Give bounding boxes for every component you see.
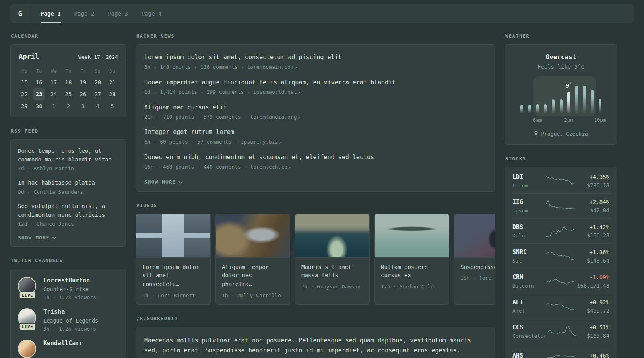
stock-symbol[interactable]: SNRC: [512, 249, 545, 256]
calendar-day[interactable]: 19: [77, 76, 89, 88]
calendar-day-next-month[interactable]: 5: [107, 100, 118, 112]
hn-story-title[interactable]: Aliquam nec cursus elit: [144, 103, 487, 112]
calendar-day[interactable]: 30: [33, 100, 45, 112]
weather-widget: Overcast Feels like 5°C 9° 6am2pm10pm Pr…: [505, 44, 617, 145]
hn-story-domain-link[interactable]: ipsumworld.net: [253, 89, 297, 95]
video-thumbnail[interactable]: [375, 214, 449, 258]
stock-row[interactable]: AETAmet +0.92%$499.72: [512, 294, 610, 319]
calendar-day[interactable]: 28: [107, 88, 118, 100]
twitch-channel-name[interactable]: Trisha: [43, 308, 98, 315]
video-title[interactable]: Nullam posuere cursus ex: [381, 263, 443, 280]
reddit-post-title[interactable]: Maecenas mollis pulvinar erat non posuer…: [144, 336, 487, 356]
calendar-day[interactable]: 20: [92, 76, 104, 88]
calendar-day[interactable]: 24: [48, 88, 60, 100]
video-title[interactable]: Lorem ipsum dolor sit amet consectetu…: [142, 263, 204, 289]
stock-symbol[interactable]: LDI: [512, 173, 545, 181]
twitch-channel-row[interactable]: LIVE ForrestBurton Counter-Strike 1h · 1…: [18, 277, 119, 300]
hn-story-stats: 21h · 710 points · 579 comments ·: [144, 114, 247, 120]
twitch-channel-row[interactable]: LIVE Trisha League of Legends 3h · 1.2k …: [18, 308, 119, 332]
hn-show-more-button[interactable]: SHOW MORE: [144, 179, 183, 185]
calendar-day[interactable]: 18: [62, 76, 74, 88]
calendar-day-next-month[interactable]: 3: [77, 100, 89, 112]
calendar-day[interactable]: 27: [92, 88, 104, 100]
calendar-day-next-month[interactable]: 4: [92, 100, 104, 112]
hn-story-domain-link[interactable]: ipsumify.biz: [241, 139, 278, 145]
calendar-day-next-month[interactable]: 1: [48, 100, 60, 112]
twitch-channel-name[interactable]: KendallCarr: [43, 340, 83, 347]
video-card[interactable]: Nullam posuere cursus ex 17h · Stefan Co…: [374, 214, 449, 305]
hn-story-meta: 6h · 60 points · 57 comments · ipsumify.…: [144, 139, 487, 145]
app-logo[interactable]: G: [10, 4, 30, 23]
stock-symbol[interactable]: AHS: [512, 352, 545, 358]
stock-symbol[interactable]: CRN: [512, 274, 545, 281]
center-column: HACKER NEWS Lorem ipsum dolor sit amet, …: [136, 33, 495, 358]
stock-symbol[interactable]: DBS: [512, 224, 545, 231]
twitch-avatar-wrap: LIVE: [18, 308, 37, 330]
stock-row[interactable]: CCSConsectetur +0.51%$165.84: [512, 319, 610, 344]
calendar-year: 2024: [106, 54, 118, 60]
stock-symbol[interactable]: AET: [512, 299, 545, 306]
video-title[interactable]: Mauris sit amet massa felis: [301, 263, 363, 280]
calendar-day-next-month[interactable]: 2: [62, 100, 74, 112]
calendar-day[interactable]: 16: [33, 76, 45, 88]
calendar-month: April: [19, 53, 39, 60]
tab-page-2[interactable]: Page 2: [74, 4, 95, 23]
hn-story-domain-link[interactable]: loremtech.co: [250, 164, 287, 170]
calendar-day-selected[interactable]: 23: [33, 88, 45, 100]
external-link-icon: ↗: [287, 164, 291, 170]
stock-name: Consectetur: [512, 333, 547, 339]
stock-change: +0.46%: [576, 352, 609, 358]
calendar-day[interactable]: 22: [18, 88, 30, 100]
hn-story-title[interactable]: Integer eget rutrum lorem: [144, 128, 487, 137]
calendar-day[interactable]: 26: [77, 88, 89, 100]
rss-item-title[interactable]: Sed volutpat nulla nisl, a condimentum n…: [18, 202, 119, 219]
video-title[interactable]: Aliquam tempor dolor nec pharetra…: [222, 263, 284, 289]
video-thumbnail[interactable]: [136, 214, 210, 258]
calendar-day[interactable]: 29: [18, 100, 30, 112]
weather-condition: Overcast: [511, 53, 611, 61]
calendar-day[interactable]: 25: [62, 88, 74, 100]
video-meta: 18h · Tara: [460, 275, 495, 281]
hn-story-domain-link[interactable]: loremlandia.org: [250, 114, 297, 120]
video-card[interactable]: Suspendisse diam 18h · Tara: [454, 214, 495, 305]
video-card[interactable]: Mauris sit amet massa felis 7h · Grayson…: [295, 214, 370, 305]
hn-story-title[interactable]: Lorem ipsum dolor sit amet, consectetur …: [144, 53, 487, 62]
stock-row[interactable]: SNRCSit +1.36%$148.64: [512, 243, 610, 268]
hn-story-title[interactable]: Donec enim nibh, condimentum et accumsan…: [144, 153, 487, 162]
calendar-day[interactable]: 21: [107, 76, 118, 88]
weather-feels-like: Feels like 5°C: [511, 64, 611, 70]
video-thumbnail[interactable]: [216, 214, 290, 258]
twitch-channel-name[interactable]: ForrestBurton: [43, 277, 96, 284]
stock-change: +0.92%: [576, 299, 609, 305]
rss-item-title[interactable]: In hac habitasse platea: [18, 179, 119, 187]
stock-symbol[interactable]: IIG: [512, 198, 545, 206]
stock-row[interactable]: AHS +0.46%: [512, 344, 610, 358]
video-card[interactable]: Lorem ipsum dolor sit amet consectetu… 1…: [136, 214, 211, 305]
hn-story-domain-link[interactable]: loremdomain.com: [247, 64, 293, 70]
weather-location[interactable]: Prague, Czechia: [511, 130, 611, 137]
stock-row[interactable]: IIGIpsum +2.84%$42.04: [512, 193, 610, 218]
rss-item-title[interactable]: Donec tempor eros leo, ut commodo mauris…: [18, 147, 119, 164]
stock-sparkline: [545, 298, 576, 314]
stock-row[interactable]: CRNBitcorn -1.00%$66,171.48: [512, 268, 610, 294]
video-thumbnail[interactable]: [454, 214, 495, 258]
stock-price: $156.28: [576, 232, 609, 239]
video-title[interactable]: Suspendisse diam: [460, 263, 495, 272]
hn-story: Donec enim nibh, condimentum et accumsan…: [144, 153, 487, 170]
hn-story-title[interactable]: Donec imperdiet augue tincidunt felis al…: [144, 78, 487, 87]
video-thumbnail[interactable]: [295, 214, 369, 258]
tab-page-1[interactable]: Page 1: [41, 4, 61, 23]
tab-page-4[interactable]: Page 4: [142, 4, 162, 23]
twitch-widget: LIVE ForrestBurton Counter-Strike 1h · 1…: [10, 268, 126, 358]
tab-page-3[interactable]: Page 3: [108, 4, 128, 23]
rss-show-more-button[interactable]: SHOW MORE: [18, 235, 56, 241]
calendar-day[interactable]: 17: [48, 76, 60, 88]
stock-symbol[interactable]: CCS: [512, 324, 547, 331]
stock-row[interactable]: LDILorem +4.35%$795.18: [512, 169, 610, 193]
stock-row[interactable]: DBSDolor +1.42%$156.28: [512, 218, 610, 243]
stock-name: Dolor: [512, 233, 545, 239]
stocks-section-title: STOCKS: [505, 156, 617, 161]
calendar-day[interactable]: 15: [18, 76, 30, 88]
video-card[interactable]: Aliquam tempor dolor nec pharetra… 1h · …: [215, 214, 290, 305]
twitch-channel-row[interactable]: KendallCarr: [18, 340, 119, 358]
